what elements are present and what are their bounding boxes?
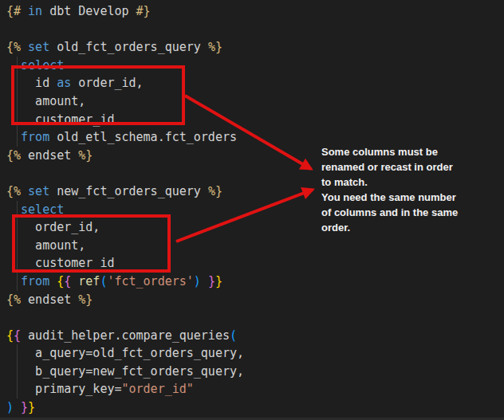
code-line: {% set new_fct_orders_query %} (6, 183, 244, 201)
annotation-note: Some columns must be renamed or recast i… (321, 144, 489, 235)
code-line: {% endset %} (6, 147, 244, 165)
code-token: { (6, 328, 14, 343)
annotation-note-line: Some columns must be (321, 144, 489, 159)
annotation-note-line: of columns and in the same (321, 205, 489, 220)
code-token: %} (208, 40, 222, 54)
code-token (6, 130, 21, 144)
code-line (6, 21, 244, 39)
code-token: { (14, 328, 21, 343)
code-token: audit_helper.compare_queries (21, 328, 230, 343)
code-token: } (28, 400, 35, 414)
code-line: from {{ ref('fct_orders') }} (6, 273, 244, 291)
code-token: customer_id (6, 112, 114, 127)
code-line: {# in dbt Develop #} (6, 2, 244, 21)
code-token (21, 4, 28, 18)
code-line: customer_id (6, 254, 244, 273)
annotation-note-line: to match. (321, 175, 489, 190)
code-line: b_query=new_fct_orders_query, (6, 363, 244, 381)
code-token: endset (21, 292, 78, 307)
indent-guide (17, 57, 18, 147)
code-token: primary_key= (6, 382, 122, 396)
code-token: dbt Develop (42, 4, 136, 18)
code-line: {% endset %} (6, 291, 244, 309)
code-token (6, 58, 21, 73)
code-editor[interactable]: {# in dbt Develop #} {% set old_fct_orde… (6, 2, 244, 417)
code-token: set (28, 184, 49, 198)
indent-guide (17, 344, 18, 398)
code-token: {% (6, 40, 21, 54)
annotation-note-line: You need the same number (321, 190, 489, 205)
code-token: {# (6, 4, 21, 18)
dbt-develop-editor: {# in dbt Develop #} {% set old_fct_orde… (0, 0, 504, 420)
code-line: order_id, (6, 218, 244, 237)
code-token: from (21, 274, 49, 289)
code-line: customer_id (6, 111, 244, 129)
code-token: 'fct_orders' (107, 274, 193, 289)
code-token: endset (21, 148, 78, 163)
code-line: from old_etl_schema.fct_orders (6, 128, 244, 147)
code-token: ) (6, 400, 14, 414)
code-line: id as order_id, (6, 74, 244, 92)
code-token (21, 40, 28, 54)
code-token: {% (6, 148, 21, 163)
code-token: %} (78, 148, 93, 163)
code-line: primary_key="order_id" (6, 380, 244, 398)
code-token (6, 202, 21, 217)
code-token: old_fct_orders_query (49, 40, 208, 54)
code-token: } (215, 274, 222, 289)
code-line: select (6, 57, 244, 75)
code-token: %} (78, 292, 93, 307)
code-token: { (57, 274, 64, 289)
code-token: {% (6, 292, 21, 307)
code-token: select (21, 202, 64, 217)
code-token (14, 400, 21, 414)
code-token: ( (230, 328, 237, 343)
code-token: amount, (6, 238, 85, 253)
code-line: ) }} (6, 398, 244, 417)
code-token: ref (78, 274, 100, 289)
code-token: in (28, 4, 42, 18)
code-token: as (57, 76, 71, 90)
code-token: {% (6, 184, 21, 198)
code-token: new_fct_orders_query (49, 184, 208, 198)
code-token: "order_id" (122, 382, 194, 396)
code-token: amount, (6, 94, 85, 108)
code-token: from (21, 130, 49, 144)
code-token: customer_id (6, 256, 114, 270)
code-line: {% set old_fct_orders_query %} (6, 38, 244, 57)
code-line: amount, (6, 237, 244, 255)
code-token: a_query=old_fct_orders_query, (6, 346, 244, 360)
code-token: b_query=new_fct_orders_query, (6, 364, 244, 379)
annotation-note-line: order. (321, 220, 489, 235)
code-token: #} (136, 4, 151, 18)
code-token: } (21, 400, 28, 414)
code-line: amount, (6, 92, 244, 111)
code-line (6, 164, 244, 183)
code-token: ) (194, 274, 201, 289)
code-token: } (208, 274, 215, 289)
indent-guide (17, 201, 18, 291)
code-token (6, 274, 21, 289)
code-token (201, 274, 208, 289)
code-token (71, 274, 78, 289)
code-token: order_id, (71, 76, 143, 90)
code-token (49, 274, 57, 289)
code-line: select (6, 201, 244, 219)
code-token: order_id, (6, 220, 100, 234)
code-line (6, 308, 244, 327)
annotation-note-line: renamed or recast in order (321, 159, 489, 175)
code-line: {{ audit_helper.compare_queries( (6, 327, 244, 345)
code-token: set (28, 40, 49, 54)
code-token: select (21, 58, 64, 73)
code-token: old_etl_schema.fct_orders (49, 130, 237, 144)
code-token: { (64, 274, 71, 289)
code-line: a_query=old_fct_orders_query, (6, 344, 244, 363)
code-token (21, 184, 28, 198)
code-token: %} (208, 184, 222, 198)
code-token: id (6, 76, 57, 90)
